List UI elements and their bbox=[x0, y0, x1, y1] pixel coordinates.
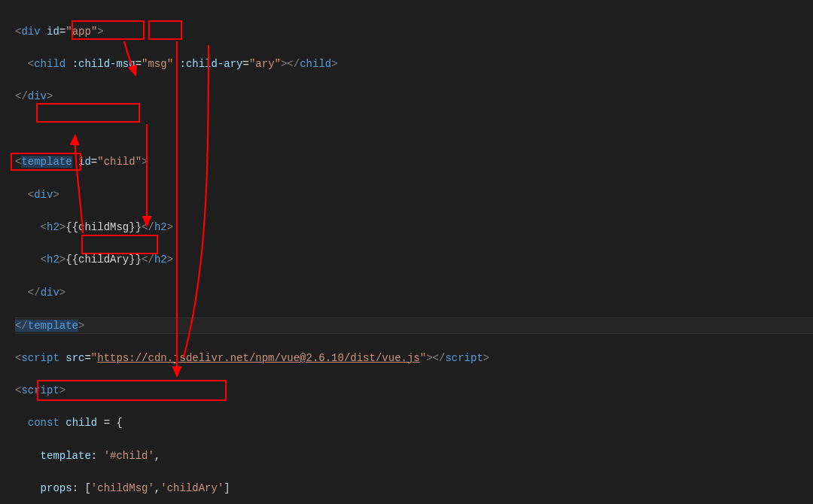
quote: " bbox=[91, 352, 97, 364]
equals: = bbox=[136, 58, 142, 70]
quote: " bbox=[136, 156, 142, 168]
punct: </ bbox=[142, 221, 154, 233]
punct: > bbox=[59, 384, 65, 396]
kw-const: const bbox=[28, 417, 59, 429]
prop-props: props bbox=[41, 482, 72, 494]
code-editor[interactable]: <div id="app"> <child :child-msg="msg" :… bbox=[0, 0, 813, 504]
punct: </ bbox=[15, 320, 28, 332]
punct: < bbox=[41, 254, 47, 266]
script-src-url: https://cdn.jsdelivr.net/npm/vue@2.6.10/… bbox=[97, 352, 419, 364]
quote: " bbox=[167, 58, 173, 70]
tag-child-close: child bbox=[300, 58, 331, 70]
punct: > bbox=[167, 254, 173, 266]
quote: " bbox=[97, 156, 103, 168]
punct: > bbox=[59, 254, 65, 266]
attr-id: id bbox=[47, 26, 59, 38]
punct: </ bbox=[28, 287, 41, 299]
val-props1: 'childMsg' bbox=[91, 482, 154, 494]
mustache-childMsg: {{childMsg}} bbox=[65, 221, 142, 233]
attr-child-ary: :child-ary bbox=[180, 58, 243, 70]
punct: > bbox=[483, 352, 489, 364]
quote: " bbox=[420, 352, 426, 364]
equals: = bbox=[59, 26, 65, 38]
mustache-childAry: {{childAry}} bbox=[65, 254, 142, 266]
val-child: child bbox=[104, 156, 136, 168]
quote: " bbox=[275, 58, 281, 70]
prop-template: template bbox=[41, 450, 91, 462]
punct: > bbox=[59, 221, 65, 233]
punct: > bbox=[167, 221, 173, 233]
punct: > bbox=[47, 90, 53, 102]
tag-script-close: script bbox=[445, 352, 483, 364]
punct: < bbox=[28, 189, 34, 201]
punct: </ bbox=[142, 254, 154, 266]
punct: > bbox=[59, 287, 65, 299]
val-msg: msg bbox=[148, 58, 166, 70]
equals: = bbox=[91, 156, 97, 168]
attr-child-msg: :child-msg bbox=[72, 58, 136, 70]
punct: > bbox=[97, 26, 103, 38]
equals: = bbox=[243, 58, 249, 70]
punct: > bbox=[142, 156, 148, 168]
attr-src: src bbox=[65, 352, 84, 364]
punct: > bbox=[53, 189, 59, 201]
tag-h2: h2 bbox=[47, 254, 59, 266]
tag-template: template bbox=[21, 156, 72, 168]
tag-div: div bbox=[21, 26, 40, 38]
punct: > bbox=[78, 320, 84, 332]
punct: < bbox=[28, 58, 34, 70]
punct: ></ bbox=[426, 352, 445, 364]
val-template: '#child' bbox=[104, 450, 154, 462]
tag-script: script bbox=[21, 384, 59, 396]
var-child: child bbox=[65, 417, 97, 429]
equals: = bbox=[84, 352, 90, 364]
val-app: app bbox=[72, 26, 91, 38]
punct: ></ bbox=[281, 58, 300, 70]
attr-id: id bbox=[78, 156, 91, 168]
punct: </ bbox=[15, 90, 28, 102]
tag-script: script bbox=[21, 352, 59, 364]
tag-h2-close: h2 bbox=[154, 254, 167, 266]
text bbox=[41, 26, 47, 38]
tag-div: div bbox=[34, 189, 53, 201]
tag-div-close: div bbox=[41, 287, 59, 299]
tag-h2-close: h2 bbox=[154, 221, 167, 233]
tag-template-close: template bbox=[28, 320, 78, 332]
tag-child: child bbox=[34, 58, 65, 70]
punct: < bbox=[41, 221, 47, 233]
tag-div-close: div bbox=[28, 90, 47, 102]
val-props2: 'childAry' bbox=[160, 482, 224, 494]
quote: " bbox=[65, 26, 72, 38]
punct: > bbox=[331, 58, 337, 70]
val-ary: ary bbox=[255, 58, 274, 70]
tag-h2: h2 bbox=[47, 221, 59, 233]
